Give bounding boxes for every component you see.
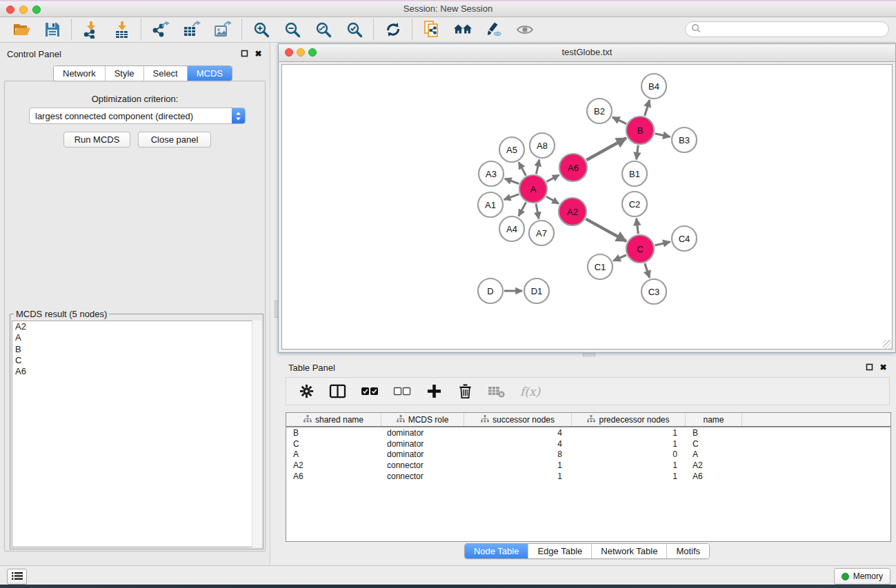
table-row[interactable]: Cdominator41C [286,438,890,449]
select-all-icon[interactable] [361,383,379,401]
graph-edge-C-C1[interactable] [613,255,626,261]
table-cell[interactable]: 1 [464,460,572,470]
graph-node-B[interactable]: B [626,116,654,144]
column-header-successor-nodes[interactable]: successor nodes [464,413,572,426]
table-tab-node-table[interactable]: Node Table [465,544,528,558]
table-tab-network-table[interactable]: Network Table [591,544,666,558]
graph-edge-A2-C[interactable] [586,219,626,241]
table-cell[interactable]: A [686,449,742,459]
memory-button[interactable]: Memory [834,568,890,585]
network-close-button[interactable] [285,48,293,57]
table-row[interactable]: Bdominator41B [286,427,890,438]
network-minimize-button[interactable] [297,48,305,57]
graph-edge-A-A7[interactable] [536,204,539,219]
graph-node-A1[interactable]: A1 [478,192,503,217]
search-box[interactable] [685,21,889,37]
graph-edge-B-B4[interactable] [645,100,650,116]
graph-edge-B-B1[interactable] [637,145,639,159]
save-session-icon[interactable] [43,20,62,39]
graph-node-C3[interactable]: C3 [641,279,666,304]
graph-node-B3[interactable]: B3 [672,128,697,152]
split-table-icon[interactable] [329,383,346,401]
table-cell[interactable]: 4 [464,439,572,449]
zoom-in-icon[interactable] [252,20,271,39]
network-window-titlebar[interactable]: testGlobe.txt [279,44,895,62]
table-cell[interactable]: B [286,428,381,438]
close-panel-button[interactable]: Close panel [138,132,211,148]
table-tab-motifs[interactable]: Motifs [666,544,709,558]
tab-network[interactable]: Network [54,66,105,81]
result-list-scrollbar[interactable] [252,321,261,547]
graph-edge-A-A3[interactable] [505,179,519,183]
graph-node-A4[interactable]: A4 [499,216,524,241]
table-row[interactable]: Adominator80A [286,449,890,460]
zoom-out-icon[interactable] [283,20,302,39]
show-hide-icon[interactable] [515,20,535,39]
table-cell[interactable]: 1 [572,472,686,481]
graph-node-A3[interactable]: A3 [479,161,504,186]
table-cell[interactable]: A [286,449,381,459]
column-header-predecessor-nodes[interactable]: predecessor nodes [572,413,686,426]
add-column-icon[interactable] [426,383,442,401]
table-cell[interactable]: B [686,428,742,438]
graph-edge-C-C2[interactable] [637,219,639,234]
result-list-item[interactable]: A6 [12,366,261,377]
column-header-shared-name[interactable]: shared name [286,413,381,426]
table-cell[interactable]: 1 [572,460,686,470]
float-table-panel-icon[interactable] [865,363,874,372]
export-image-icon[interactable] [213,20,232,39]
result-list-item[interactable]: B [12,344,261,355]
open-session-icon[interactable] [12,20,31,39]
table-cell[interactable]: 1 [464,472,572,481]
import-network-icon[interactable] [81,20,101,39]
deselect-all-icon[interactable] [393,383,411,401]
table-cell[interactable]: connector [381,472,464,481]
table-cell[interactable]: C [286,439,381,449]
table-cell[interactable]: 4 [464,428,572,438]
graph-node-D1[interactable]: D1 [524,278,549,303]
tab-select[interactable]: Select [143,66,187,81]
result-list-item[interactable]: C [12,355,261,366]
graph-edge-A-A4[interactable] [519,202,526,216]
table-cell[interactable]: connector [381,460,464,470]
graph-edge-A-A2[interactable] [546,196,559,204]
graph-node-A7[interactable]: A7 [529,221,554,245]
graph-node-A2[interactable]: A2 [559,198,586,225]
table-cell[interactable]: A6 [686,472,742,481]
graph-edge-A-A8[interactable] [536,160,539,174]
graph-node-A5[interactable]: A5 [499,137,524,162]
table-cell[interactable]: 1 [572,428,686,438]
table-cell[interactable]: A6 [286,472,381,481]
table-cell[interactable]: C [686,439,742,449]
table-cell[interactable]: 8 [464,449,572,459]
column-header-mcds-role[interactable]: MCDS role [381,413,464,426]
export-network-icon[interactable] [151,20,170,39]
toggle-style-icon[interactable] [484,20,504,39]
import-table-icon[interactable] [112,20,132,39]
search-input[interactable] [704,24,888,35]
result-list-item[interactable]: A [12,332,261,343]
float-panel-icon[interactable] [240,49,249,58]
status-menu-button[interactable] [7,569,27,585]
table-row[interactable]: A2connector11A2 [286,460,890,471]
table-cell[interactable]: 0 [572,449,686,459]
graph-edge-B-B3[interactable] [655,134,670,137]
graph-node-A[interactable]: A [519,175,547,203]
graph-node-C[interactable]: C [626,235,654,263]
settings-gear-icon[interactable] [298,383,315,401]
tab-mcds[interactable]: MCDS [187,66,232,81]
table-tab-edge-table[interactable]: Edge Table [528,544,591,558]
criterion-dropdown[interactable]: largest connected component (directed) [29,108,246,124]
run-mcds-button[interactable]: Run MCDS [63,132,130,148]
graph-node-B2[interactable]: B2 [587,99,612,123]
network-canvas[interactable]: B4B2BB3A5A8A6A3B1AA1C2A2A4A7C4CC1C3DD1 [281,64,893,349]
graph-node-B4[interactable]: B4 [641,74,666,99]
graph-node-C2[interactable]: C2 [622,192,647,216]
column-header-name[interactable]: name [686,413,742,426]
zoom-selected-icon[interactable] [345,20,364,39]
delete-column-icon[interactable] [457,383,473,401]
zoom-window-button[interactable] [32,6,41,14]
zoom-fit-icon[interactable] [314,20,333,39]
table-cell[interactable]: dominator [381,428,464,438]
mcds-result-list[interactable]: A2ABCA6 [12,321,261,547]
